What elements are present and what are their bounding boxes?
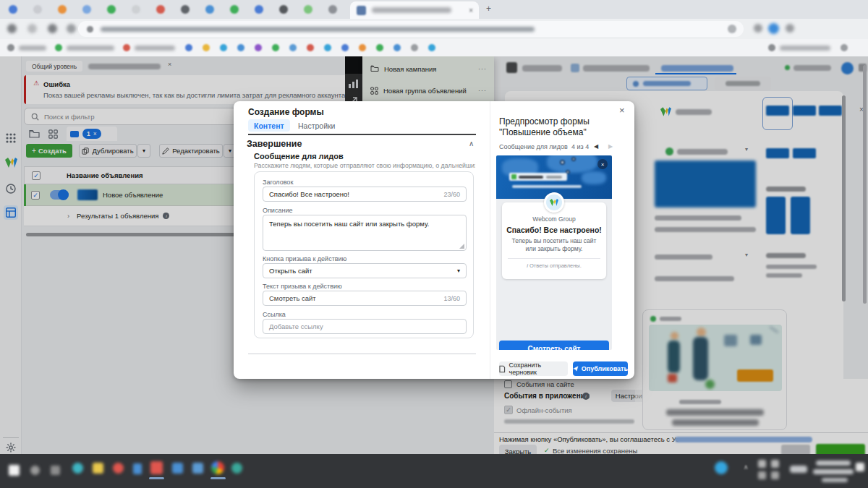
form-preview-phone: × Webcom Group Спасибо! Все настроено! Т… xyxy=(496,155,612,350)
bookmark-favicon[interactable] xyxy=(376,44,383,51)
resize-handle[interactable] xyxy=(459,244,464,249)
bookmark-favicon[interactable] xyxy=(203,44,210,51)
description-textarea[interactable]: Теперь вы посетить наш сайт или закрыть … xyxy=(263,215,467,251)
bookmark-favicon[interactable] xyxy=(185,44,192,51)
bookmark-favicon[interactable] xyxy=(55,44,62,51)
browser-tab[interactable] xyxy=(205,5,214,14)
bookmarks-bar xyxy=(0,39,868,56)
forward-icon[interactable] xyxy=(27,24,37,33)
bookmark-favicon[interactable] xyxy=(428,44,435,51)
tray-icon[interactable] xyxy=(758,460,766,468)
tray-language-blurred[interactable] xyxy=(790,466,807,473)
browser-tab[interactable] xyxy=(156,5,165,14)
action-center-icon[interactable] xyxy=(856,463,864,471)
tab-content[interactable]: Контент xyxy=(248,119,290,132)
tray-icon[interactable] xyxy=(771,471,779,479)
back-icon[interactable] xyxy=(7,24,17,33)
tray-icon[interactable] xyxy=(758,471,766,479)
browser-tab[interactable] xyxy=(107,5,116,14)
bookmark-label-blurred[interactable] xyxy=(67,46,114,51)
bookmark-favicon[interactable] xyxy=(359,44,366,51)
bookmark-favicon[interactable] xyxy=(289,44,297,51)
tray-icon[interactable] xyxy=(771,460,779,468)
bookmark-favicon[interactable] xyxy=(307,44,314,51)
preview-title: Предпросмотр формы "Повышение объема" xyxy=(499,116,622,138)
taskbar-search-icon[interactable] xyxy=(30,466,40,475)
taskbar-app-icon[interactable] xyxy=(113,463,124,474)
preview-brand: Webcom Group xyxy=(502,215,606,223)
extension-icon[interactable] xyxy=(754,24,762,33)
home-icon[interactable] xyxy=(67,24,76,33)
taskbar-app-icon-active[interactable] xyxy=(150,461,163,474)
cover-logo-text-blurred xyxy=(546,176,562,179)
start-button-icon[interactable] xyxy=(9,465,20,476)
publish-button[interactable]: Опубликовать xyxy=(573,361,628,376)
browser-tab[interactable] xyxy=(33,5,42,14)
bookmark-favicon[interactable] xyxy=(7,44,14,51)
tray-expand-icon[interactable]: ∧ xyxy=(744,463,749,471)
group-description: Расскажите людям, которые отправляют сво… xyxy=(254,162,475,169)
bookmark-favicon[interactable] xyxy=(255,44,262,51)
taskbar-app-icon[interactable] xyxy=(72,463,83,474)
preview-next-button[interactable]: ▶ xyxy=(605,141,616,152)
taskbar-app-icon[interactable] xyxy=(133,463,142,474)
bookmark-favicon[interactable] xyxy=(393,44,401,51)
bookmark-favicon[interactable] xyxy=(841,44,848,51)
pane-bottom-divider xyxy=(248,354,476,354)
browser-tab[interactable] xyxy=(9,5,17,14)
bookmark-favicon[interactable] xyxy=(272,44,279,51)
save-draft-button[interactable]: Сохранить черновик xyxy=(499,361,568,376)
browser-tab[interactable] xyxy=(279,5,288,14)
reading-list-label-blurred[interactable] xyxy=(780,46,830,51)
browser-tab[interactable] xyxy=(328,5,337,14)
bookmark-favicon[interactable] xyxy=(341,44,349,51)
tray-telegram-icon[interactable] xyxy=(715,461,728,474)
menu-kebab-icon[interactable] xyxy=(786,24,794,33)
browser-tab[interactable] xyxy=(304,5,312,14)
bookmark-favicon[interactable] xyxy=(411,44,418,51)
modal-close-icon[interactable]: × xyxy=(619,105,625,116)
link-input[interactable]: Добавьте ссылку xyxy=(263,319,467,334)
tab-close-icon[interactable]: × xyxy=(469,7,473,14)
taskbar-app-icon[interactable] xyxy=(231,463,242,474)
browser-tab[interactable] xyxy=(58,5,67,14)
active-app-underline xyxy=(210,477,226,479)
tab-settings[interactable]: Настройки xyxy=(298,121,336,130)
bookmark-label-blurred[interactable] xyxy=(135,46,175,51)
bookmark-label-blurred[interactable] xyxy=(19,46,46,51)
headline-input[interactable]: Спасибо! Все настроено! 23/60 xyxy=(263,187,467,202)
bookmark-favicon[interactable] xyxy=(324,44,331,51)
bookmark-favicon[interactable] xyxy=(220,44,227,51)
browser-tab[interactable] xyxy=(230,5,239,14)
browser-tab[interactable] xyxy=(82,5,91,14)
taskbar-app-icon[interactable] xyxy=(93,463,103,474)
preview-pager: 4 из 4 xyxy=(571,143,589,150)
browser-tab[interactable] xyxy=(255,5,263,14)
new-tab-button[interactable]: + xyxy=(486,4,491,14)
address-bar[interactable] xyxy=(78,21,744,37)
cover-close-icon[interactable]: × xyxy=(597,159,608,169)
cover-tagline-blurred xyxy=(512,185,582,188)
tab-favicon-icon xyxy=(357,6,366,15)
completion-card: Заголовок Спасибо! Все настроено! 23/60 … xyxy=(254,171,474,338)
bookmark-favicon[interactable] xyxy=(768,44,775,51)
url-text-blurred xyxy=(101,27,535,32)
browser-tab[interactable] xyxy=(181,5,190,14)
bookmark-favicon[interactable] xyxy=(237,44,244,51)
cta-text-input[interactable]: Смотреть сайт 13/60 xyxy=(263,291,467,306)
cta-button-select[interactable]: Открыть сайт ▾ xyxy=(263,263,467,278)
bookmark-star-icon[interactable] xyxy=(728,25,736,33)
preview-view-site-button[interactable]: Смотреть сайт xyxy=(499,341,609,350)
taskbar-app-icon[interactable] xyxy=(172,463,183,474)
bookmark-favicon[interactable] xyxy=(123,44,130,51)
collapse-chevron-icon[interactable]: ∧ xyxy=(469,140,474,147)
browser-tab[interactable] xyxy=(132,5,140,14)
taskbar-chrome-icon-active[interactable] xyxy=(211,461,224,474)
reload-icon[interactable] xyxy=(48,24,57,33)
taskbar-app-icon[interactable] xyxy=(192,463,203,474)
task-view-icon[interactable] xyxy=(51,466,60,475)
browser-tab-active[interactable]: × xyxy=(350,1,479,19)
preview-prev-button[interactable]: ◀ xyxy=(590,141,602,152)
map-pin xyxy=(571,157,576,161)
profile-avatar[interactable] xyxy=(768,23,779,34)
